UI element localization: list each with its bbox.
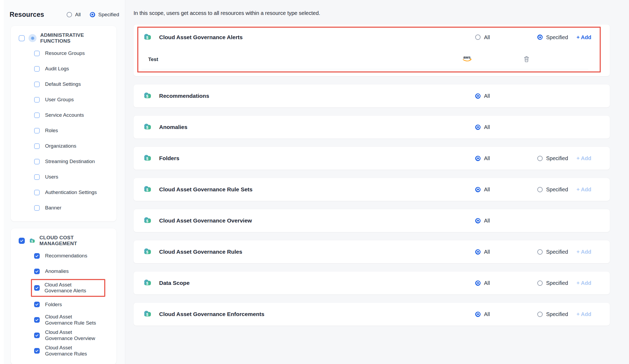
item-checkbox[interactable] xyxy=(34,174,40,180)
section-title: CLOUD COST MANAGEMENT xyxy=(39,235,112,246)
radio-all[interactable] xyxy=(475,156,481,161)
row-scope-all[interactable]: All xyxy=(475,155,490,161)
sidebar-item-organizations: Organizations xyxy=(19,138,112,154)
cloud-dollar-icon: $ xyxy=(143,279,152,286)
resource-row-title: Recommendations xyxy=(159,93,209,99)
item-checkbox[interactable] xyxy=(34,302,40,307)
cloud-dollar-icon: $ xyxy=(143,248,152,256)
resources-scope-radio-group: All Specified xyxy=(67,12,119,18)
add-button[interactable]: + Add xyxy=(576,249,591,255)
row-scope-all[interactable]: All xyxy=(475,311,490,317)
aws-logo: aws xyxy=(461,55,473,63)
resource-row-folders: $ Folders All Specified + Add xyxy=(134,147,610,170)
row-scope-specified[interactable]: Specified xyxy=(537,34,568,40)
sidebar-item-banner: Banner xyxy=(19,200,112,216)
radio-all[interactable] xyxy=(475,280,481,286)
item-checkbox[interactable] xyxy=(34,269,40,274)
item-checkbox[interactable] xyxy=(34,285,40,291)
radio-all-label: All xyxy=(484,155,490,161)
sidebar-item-cloud-asset-governance-rule-sets: Cloud Asset Governance Rule Sets xyxy=(19,312,112,328)
radio-specified[interactable] xyxy=(90,12,95,17)
cloud-dollar-icon: $ xyxy=(143,123,152,130)
section-checkbox[interactable] xyxy=(19,35,25,41)
cloud-dollar-icon: $ xyxy=(29,238,36,243)
row-scope-specified[interactable]: Specified xyxy=(537,311,568,317)
radio-all[interactable] xyxy=(475,187,481,192)
resources-scope-all[interactable]: All xyxy=(67,12,81,18)
radio-specified[interactable] xyxy=(537,187,543,192)
row-scope-all[interactable]: All xyxy=(475,187,490,193)
item-checkbox[interactable] xyxy=(34,317,40,323)
row-scope-all[interactable]: All xyxy=(475,34,490,40)
add-button[interactable]: + Add xyxy=(576,280,591,286)
radio-all[interactable] xyxy=(475,218,481,223)
radio-specified[interactable] xyxy=(537,249,543,254)
aws-logo: aws xyxy=(461,55,473,64)
item-label: Service Accounts xyxy=(45,112,84,118)
radio-all-label: All xyxy=(484,124,490,130)
radio-specified[interactable] xyxy=(537,156,543,161)
row-scope-all[interactable]: All xyxy=(475,124,490,130)
radio-all-label: All xyxy=(484,218,490,224)
row-scope-specified[interactable]: Specified xyxy=(537,249,568,255)
row-scope-specified[interactable]: Specified xyxy=(537,280,568,286)
row-scope-all[interactable]: All xyxy=(475,280,490,286)
section-checkbox[interactable] xyxy=(19,238,25,244)
item-label: Recommendations xyxy=(45,253,87,259)
radio-all[interactable] xyxy=(67,12,72,17)
radio-specified[interactable] xyxy=(537,312,543,317)
radio-specified-label: Specified xyxy=(546,311,568,317)
row-scope-all[interactable]: All xyxy=(475,249,490,255)
radio-all-label: All xyxy=(484,249,490,255)
item-checkbox[interactable] xyxy=(34,82,40,87)
item-checkbox[interactable] xyxy=(34,159,40,164)
item-checkbox[interactable] xyxy=(34,66,40,72)
item-checkbox[interactable] xyxy=(34,97,40,103)
radio-all-label: All xyxy=(484,93,490,99)
radio-all[interactable] xyxy=(475,312,481,317)
svg-text:aws: aws xyxy=(463,55,470,59)
add-button[interactable]: + Add xyxy=(576,34,591,40)
item-checkbox[interactable] xyxy=(34,205,40,211)
row-scope-all[interactable]: All xyxy=(475,93,490,99)
entry-name: Test xyxy=(148,56,158,62)
svg-text:$: $ xyxy=(146,94,148,98)
svg-text:$: $ xyxy=(146,281,148,285)
item-label: Anomalies xyxy=(45,268,69,274)
row-scope-specified[interactable]: Specified xyxy=(537,187,568,193)
add-button[interactable]: + Add xyxy=(576,155,591,161)
sidebar-item-folders: Folders xyxy=(19,297,112,312)
add-button[interactable]: + Add xyxy=(576,311,591,317)
sidebar-item-authentication-settings: Authentication Settings xyxy=(19,185,112,200)
sidebar-item-cloud-asset-governance-overview: Cloud Asset Governance Overview xyxy=(19,328,112,343)
item-checkbox[interactable] xyxy=(34,333,40,338)
specified-entry-row: Test aws xyxy=(142,50,588,69)
item-checkbox[interactable] xyxy=(34,143,40,149)
radio-all[interactable] xyxy=(475,35,481,40)
cloud-dollar-icon: $ xyxy=(143,248,152,255)
item-checkbox[interactable] xyxy=(34,190,40,195)
resource-row-title: Cloud Asset Governance Alerts xyxy=(159,34,243,41)
item-label: Resource Groups xyxy=(45,50,85,56)
radio-all[interactable] xyxy=(475,249,481,254)
radio-specified[interactable] xyxy=(537,35,543,40)
radio-all[interactable] xyxy=(475,124,481,130)
resources-scope-specified[interactable]: Specified xyxy=(90,12,119,18)
add-button[interactable]: + Add xyxy=(576,187,591,193)
row-scope-specified[interactable]: Specified xyxy=(537,155,568,161)
item-checkbox[interactable] xyxy=(34,348,40,354)
cloud-dollar-icon: $ xyxy=(143,92,152,99)
check-icon xyxy=(20,239,24,243)
radio-specified[interactable] xyxy=(537,280,543,286)
item-checkbox[interactable] xyxy=(34,51,40,56)
cloud-dollar-icon: $ xyxy=(143,217,152,224)
delete-entry-button[interactable] xyxy=(523,55,530,63)
row-scope-all[interactable]: All xyxy=(475,218,490,224)
item-checkbox[interactable] xyxy=(34,112,40,118)
resource-row-anomalies: $ Anomalies All xyxy=(134,116,610,139)
gear-icon xyxy=(29,34,37,42)
radio-all[interactable] xyxy=(475,93,481,99)
item-checkbox[interactable] xyxy=(34,128,40,134)
cloud-dollar-icon: $ xyxy=(143,154,152,163)
item-checkbox[interactable] xyxy=(34,253,40,259)
